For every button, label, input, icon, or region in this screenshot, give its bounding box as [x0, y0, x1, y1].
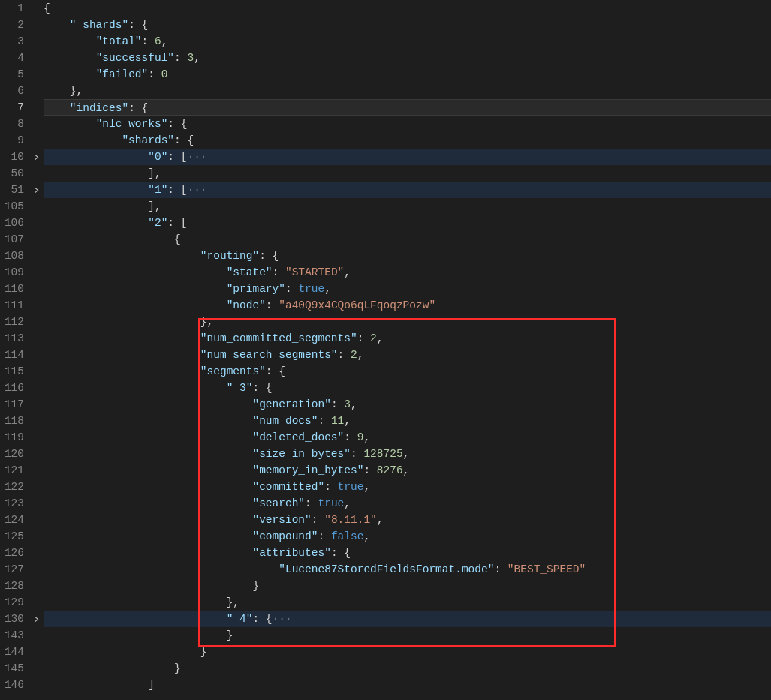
code-line[interactable]: "num_docs": 11,	[44, 413, 771, 429]
fold-slot[interactable]	[29, 215, 44, 231]
code-line[interactable]: "failed": 0	[44, 66, 771, 83]
json-punct	[44, 448, 252, 460]
code-line[interactable]: "num_committed_segments": 2,	[44, 330, 771, 347]
fold-slot[interactable]	[29, 561, 44, 578]
fold-slot[interactable]	[29, 429, 44, 446]
code-line[interactable]: "primary": true,	[44, 281, 771, 297]
code-line[interactable]: },	[44, 594, 771, 611]
code-line[interactable]: "attributes": {	[44, 545, 771, 561]
code-line[interactable]: "version": "8.11.1",	[44, 512, 771, 528]
fold-slot[interactable]	[29, 413, 44, 429]
fold-slot[interactable]	[29, 660, 44, 677]
json-key: "_4"	[227, 613, 253, 625]
fold-slot[interactable]	[29, 231, 44, 248]
json-punct	[44, 464, 252, 476]
code-line[interactable]: "node": "a40Q9x4CQo6qLFqoqzPozw"	[44, 297, 771, 314]
code-line[interactable]: ]	[44, 677, 771, 693]
fold-slot[interactable]	[29, 330, 44, 347]
fold-slot[interactable]	[29, 165, 44, 182]
fold-slot[interactable]	[29, 396, 44, 413]
code-editor[interactable]: 1234567891050511051061071081091101111121…	[0, 0, 771, 700]
code-line[interactable]: "compound": false,	[44, 528, 771, 545]
code-line[interactable]: }	[44, 644, 771, 660]
fold-slot[interactable]	[29, 132, 44, 149]
code-line[interactable]: },	[44, 83, 771, 99]
code-line[interactable]: "committed": true,	[44, 479, 771, 495]
line-number: 130	[0, 611, 24, 627]
code-line[interactable]: "routing": {	[44, 248, 771, 264]
code-line[interactable]: "shards": {	[44, 132, 771, 149]
fold-slot[interactable]	[29, 363, 44, 380]
json-key: "generation"	[252, 398, 330, 410]
code-line[interactable]: },	[44, 314, 771, 330]
fold-slot[interactable]	[29, 83, 44, 99]
code-line[interactable]: "generation": 3,	[44, 396, 771, 413]
fold-chevron-icon[interactable]	[29, 149, 44, 165]
fold-slot[interactable]	[29, 578, 44, 594]
code-line[interactable]: }	[44, 578, 771, 594]
fold-slot[interactable]	[29, 0, 44, 17]
fold-slot[interactable]	[29, 314, 44, 330]
fold-slot[interactable]	[29, 17, 44, 33]
code-line[interactable]: "Lucene87StoredFieldsFormat.mode": "BEST…	[44, 561, 771, 578]
code-line[interactable]: }	[44, 627, 771, 644]
code-line[interactable]: "_shards": {	[44, 17, 771, 33]
fold-slot[interactable]	[29, 297, 44, 314]
code-line[interactable]: "total": 6,	[44, 33, 771, 50]
fold-slot[interactable]	[29, 677, 44, 693]
code-line[interactable]: "nlc_works": {	[44, 116, 771, 132]
fold-slot[interactable]	[29, 594, 44, 611]
fold-slot[interactable]	[29, 347, 44, 363]
code-line[interactable]: "successful": 3,	[44, 50, 771, 66]
fold-slot[interactable]	[29, 380, 44, 396]
fold-slot[interactable]	[29, 495, 44, 512]
code-line[interactable]: "deleted_docs": 9,	[44, 429, 771, 446]
fold-gutter[interactable]	[29, 0, 44, 700]
json-punct: ,	[377, 514, 384, 526]
fold-slot[interactable]	[29, 462, 44, 479]
code-line[interactable]: {	[44, 231, 771, 248]
code-line[interactable]: "segments": {	[44, 363, 771, 380]
fold-slot[interactable]	[29, 248, 44, 264]
fold-slot[interactable]	[29, 644, 44, 660]
fold-slot[interactable]	[29, 528, 44, 545]
code-line[interactable]: "0": [···	[44, 149, 771, 165]
fold-chevron-icon[interactable]	[29, 182, 44, 198]
json-key: "primary"	[227, 283, 285, 295]
fold-slot[interactable]	[29, 545, 44, 561]
fold-slot[interactable]	[29, 512, 44, 528]
fold-slot[interactable]	[29, 479, 44, 495]
json-bool: true	[298, 283, 324, 295]
code-line[interactable]: }	[44, 660, 771, 677]
line-number: 128	[0, 578, 24, 594]
code-line[interactable]: ],	[44, 165, 771, 182]
json-punct	[44, 184, 148, 196]
fold-slot[interactable]	[29, 198, 44, 215]
code-line[interactable]: "1": [···	[44, 182, 771, 198]
json-key: "num_docs"	[252, 415, 318, 427]
json-punct: ,	[161, 35, 168, 47]
fold-slot[interactable]	[29, 264, 44, 281]
code-line[interactable]: "indices": {	[44, 99, 771, 116]
fold-slot[interactable]	[29, 33, 44, 50]
code-line[interactable]: "_4": {···	[44, 611, 771, 627]
fold-slot[interactable]	[29, 446, 44, 462]
fold-slot[interactable]	[29, 281, 44, 297]
code-line[interactable]: {	[44, 0, 771, 17]
code-area[interactable]: { "_shards": { "total": 6, "successful":…	[44, 0, 771, 700]
fold-slot[interactable]	[29, 50, 44, 66]
code-line[interactable]: "_3": {	[44, 380, 771, 396]
fold-slot[interactable]	[29, 116, 44, 132]
code-line[interactable]: "num_search_segments": 2,	[44, 347, 771, 363]
fold-slot[interactable]	[29, 627, 44, 644]
code-line[interactable]: "size_in_bytes": 128725,	[44, 446, 771, 462]
code-line[interactable]: "state": "STARTED",	[44, 264, 771, 281]
code-line[interactable]: "search": true,	[44, 495, 771, 512]
code-line[interactable]: "memory_in_bytes": 8276,	[44, 462, 771, 479]
fold-slot[interactable]	[29, 66, 44, 83]
fold-slot[interactable]	[29, 99, 44, 116]
code-line[interactable]: "2": [	[44, 215, 771, 231]
fold-chevron-icon[interactable]	[29, 611, 44, 627]
json-punct: }	[44, 580, 259, 592]
code-line[interactable]: ],	[44, 198, 771, 215]
